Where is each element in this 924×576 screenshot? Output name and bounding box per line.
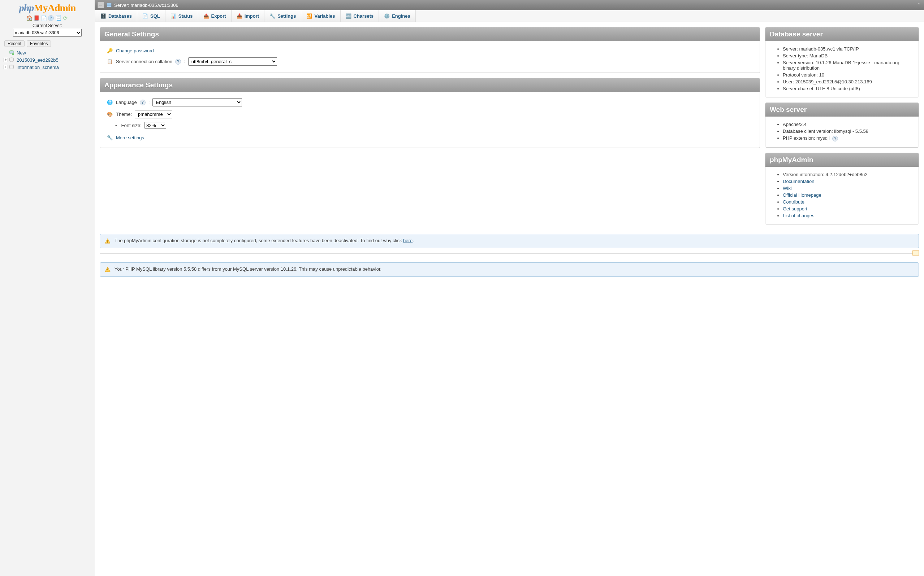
changes-link[interactable]: List of changes xyxy=(783,213,814,218)
logo[interactable]: phpMyAdmin xyxy=(2,2,93,14)
variables-icon: 🔁 xyxy=(306,13,312,19)
new-db-link[interactable]: New xyxy=(15,50,26,56)
info-item: PHP extension: mysqli ? xyxy=(783,134,912,142)
favorites-tab[interactable]: Favorites xyxy=(27,40,51,47)
database-icon xyxy=(9,64,14,70)
theme-icon: 🎨 xyxy=(107,111,113,118)
svg-rect-7 xyxy=(107,242,108,243)
wiki-link[interactable]: Wiki xyxy=(783,186,792,191)
support-link[interactable]: Get support xyxy=(783,206,807,211)
current-server-label: Current Server: xyxy=(2,23,93,29)
tab-export[interactable]: 📤Export xyxy=(198,10,231,22)
recent-tab[interactable]: Recent xyxy=(4,40,24,47)
reload-icon[interactable]: ⟳ xyxy=(63,15,68,21)
info-item: Apache/2.4 xyxy=(783,121,912,128)
new-db-icon xyxy=(9,50,14,56)
nav-back-icon[interactable]: ← xyxy=(98,2,104,8)
info-item: Database client version: libmysql - 5.5.… xyxy=(783,128,912,134)
tab-engines[interactable]: ⚙️Engines xyxy=(379,10,416,22)
language-select[interactable]: English xyxy=(152,98,242,106)
help-icon[interactable]: ? xyxy=(175,59,181,65)
db-link[interactable]: 2015039_eed292b5 xyxy=(15,58,59,63)
sql-icon: 📄 xyxy=(142,13,148,19)
collation-label: Server connection collation xyxy=(116,59,172,64)
warning-icon xyxy=(104,238,111,244)
svg-rect-9 xyxy=(107,271,108,271)
info-item: Protocol version: 10 xyxy=(783,72,912,78)
panel-title: Appearance Settings xyxy=(100,78,760,92)
appearance-settings-panel: Appearance Settings 🌐 Language ?: Englis… xyxy=(100,78,760,148)
database-server-panel: Database server Server: mariadb-035.wc1 … xyxy=(765,27,919,98)
panel-title: Database server xyxy=(765,27,919,41)
topbar: ← Server: mariadb-035.wc1:3306 ⌃ xyxy=(95,0,924,10)
web-server-panel: Web server Apache/2.4 Database client ve… xyxy=(765,102,919,147)
expand-icon[interactable]: + xyxy=(3,58,8,62)
panel-title: General Settings xyxy=(100,27,760,41)
collation-select[interactable]: utf8mb4_general_ci xyxy=(188,58,277,66)
general-settings-panel: General Settings 🔑 Change password 📋 Ser… xyxy=(100,27,760,73)
panel-title: phpMyAdmin xyxy=(765,153,919,167)
config-storage-notice: The phpMyAdmin configuration storage is … xyxy=(100,234,919,248)
password-icon: 🔑 xyxy=(107,47,113,54)
db-link[interactable]: information_schema xyxy=(15,65,59,70)
docs-icon[interactable]: ? xyxy=(48,15,54,21)
open-window-icon[interactable] xyxy=(913,250,919,256)
warning-icon xyxy=(104,266,111,273)
tab-sql[interactable]: 📄SQL xyxy=(137,10,165,22)
svg-rect-4 xyxy=(107,3,111,5)
info-item: Server charset: UTF-8 Unicode (utf8) xyxy=(783,85,912,92)
more-settings-link[interactable]: More settings xyxy=(116,135,144,141)
database-icon xyxy=(9,57,14,63)
info-item: Server version: 10.1.26-MariaDB-1~jessie… xyxy=(783,59,912,72)
collapse-icon[interactable]: ⌃ xyxy=(917,2,921,8)
db-tree: New + 2015039_eed292b5 + information_sch… xyxy=(0,48,95,72)
expand-icon[interactable]: + xyxy=(3,65,8,69)
tab-import[interactable]: 📥Import xyxy=(231,10,265,22)
server-icon xyxy=(106,2,112,8)
main: ← Server: mariadb-035.wc1:3306 ⌃ 🗄️Datab… xyxy=(95,0,924,576)
server-select[interactable]: mariadb-035.wc1:3306 xyxy=(13,29,82,37)
help-icon[interactable]: ? xyxy=(832,136,838,141)
info-item: Server type: MariaDB xyxy=(783,52,912,59)
help-icon[interactable]: ? xyxy=(140,99,146,106)
homepage-link[interactable]: Official Homepage xyxy=(783,192,821,198)
phpmyadmin-panel: phpMyAdmin Version information: 4.2.12de… xyxy=(765,153,919,224)
logout-icon[interactable]: 📕 xyxy=(34,15,39,21)
wrench-icon: 🔧 xyxy=(107,134,113,141)
export-icon: 📤 xyxy=(204,13,209,19)
panel-title: Web server xyxy=(765,103,919,117)
info-item: Server: mariadb-035.wc1 via TCP/IP xyxy=(783,45,912,52)
svg-rect-8 xyxy=(107,269,108,270)
home-icon[interactable]: 🏠 xyxy=(26,15,32,21)
tab-variables[interactable]: 🔁Variables xyxy=(301,10,340,22)
sql-icon[interactable]: 📄 xyxy=(41,15,47,21)
wrench-icon: 🔧 xyxy=(270,13,275,19)
engines-icon: ⚙️ xyxy=(384,13,390,19)
svg-rect-5 xyxy=(107,5,111,7)
tab-status[interactable]: 📊Status xyxy=(165,10,198,22)
contribute-link[interactable]: Contribute xyxy=(783,199,804,205)
import-icon: 📥 xyxy=(237,13,242,19)
settings-icon[interactable]: 📃 xyxy=(55,15,61,21)
fontsize-label: Font size: xyxy=(121,123,141,128)
status-icon: 📊 xyxy=(170,13,176,19)
find-out-why-link[interactable]: here xyxy=(403,238,412,243)
info-item: Version information: 4.2.12deb2+deb8u2 xyxy=(783,171,912,178)
tab-settings[interactable]: 🔧Settings xyxy=(265,10,301,22)
theme-select[interactable]: pmahomme xyxy=(135,110,172,118)
tabstrip: 🗄️Databases 📄SQL 📊Status 📤Export 📥Import… xyxy=(95,10,924,22)
change-password-link[interactable]: Change password xyxy=(116,48,154,53)
tab-charsets[interactable]: 🔤Charsets xyxy=(341,10,379,22)
info-item: User: 2015039_eed292b5@10.30.213.169 xyxy=(783,78,912,85)
language-label: Language xyxy=(116,99,137,105)
documentation-link[interactable]: Documentation xyxy=(783,179,814,184)
tab-databases[interactable]: 🗄️Databases xyxy=(95,10,137,22)
sidebar: phpMyAdmin 🏠 📕 📄 ? 📃 ⟳ Current Server: m… xyxy=(0,0,95,576)
language-icon: 🌐 xyxy=(107,99,113,106)
fontsize-select[interactable]: 82% xyxy=(144,122,166,129)
databases-icon: 🗄️ xyxy=(100,13,106,19)
theme-label: Theme: xyxy=(116,112,132,117)
version-mismatch-notice: Your PHP MySQL library version 5.5.58 di… xyxy=(100,262,919,277)
breadcrumb[interactable]: Server: mariadb-035.wc1:3306 xyxy=(114,3,178,8)
collation-icon: 📋 xyxy=(107,58,113,65)
